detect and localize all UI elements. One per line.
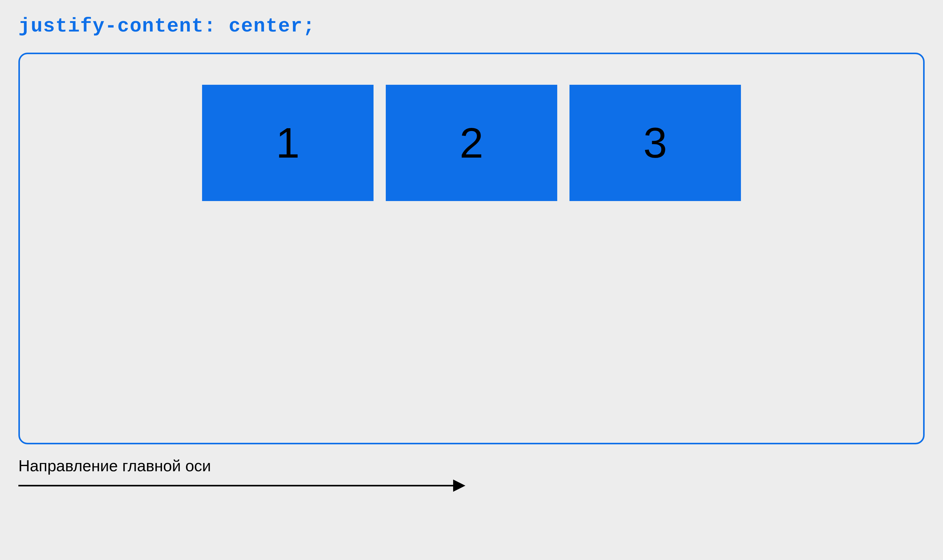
- flex-item: 3: [570, 85, 741, 201]
- flex-item: 2: [386, 85, 557, 201]
- flex-item: 1: [202, 85, 373, 201]
- axis-label: Направление главной оси: [18, 457, 925, 475]
- axis-direction: Направление главной оси: [18, 457, 925, 492]
- arrow-right-icon: [18, 480, 465, 492]
- code-title: justify-content: center;: [18, 15, 925, 37]
- flex-container: 1 2 3: [18, 52, 925, 444]
